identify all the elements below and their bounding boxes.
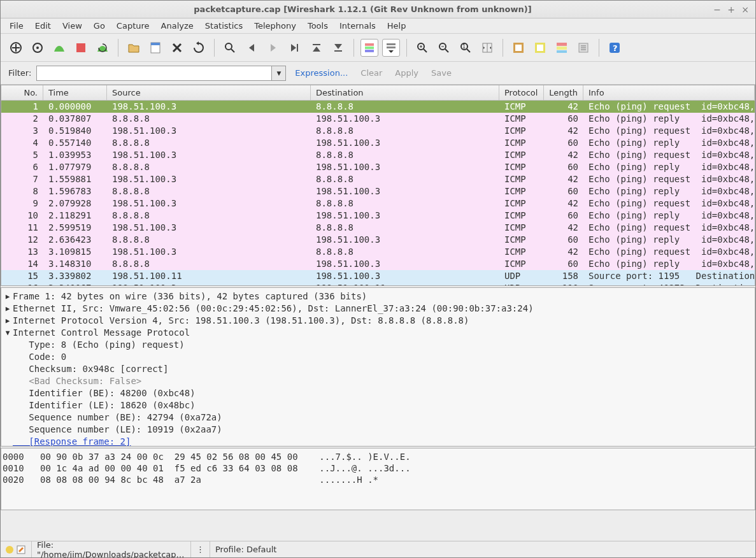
go-forward-icon[interactable] bbox=[264, 39, 282, 57]
packet-row[interactable]: 133.109815198.51.100.38.8.8.8ICMP42Echo … bbox=[1, 246, 755, 258]
help-icon[interactable]: ? bbox=[606, 39, 624, 57]
menu-help[interactable]: Help bbox=[382, 20, 411, 32]
detail-line[interactable]: Sequence number (LE): 10919 (0x2aa7) bbox=[3, 424, 753, 436]
filter-apply-link[interactable]: Apply bbox=[391, 68, 422, 78]
filter-dropdown-icon[interactable]: ▼ bbox=[272, 66, 286, 81]
col-protocol[interactable]: Protocol bbox=[499, 85, 544, 100]
svg-line-12 bbox=[231, 49, 234, 52]
reload-icon[interactable] bbox=[190, 39, 208, 57]
tree-toggle-icon[interactable]: ▶ bbox=[3, 303, 13, 315]
menu-capture[interactable]: Capture bbox=[111, 20, 155, 32]
svg-marker-17 bbox=[313, 46, 320, 52]
menu-internals[interactable]: Internals bbox=[334, 20, 381, 32]
col-source[interactable]: Source bbox=[107, 85, 311, 100]
menu-go[interactable]: Go bbox=[89, 20, 110, 32]
menu-statistics[interactable]: Statistics bbox=[200, 20, 248, 32]
col-no[interactable]: No. bbox=[1, 85, 43, 100]
packet-row[interactable]: 71.559881198.51.100.38.8.8.8ICMP42Echo (… bbox=[1, 173, 755, 185]
packet-row[interactable]: 61.0779798.8.8.8198.51.100.3ICMP60Echo (… bbox=[1, 161, 755, 173]
tree-toggle-icon[interactable]: ▶ bbox=[3, 290, 13, 303]
col-info[interactable]: Info bbox=[583, 85, 755, 100]
packet-row[interactable]: 112.599519198.51.100.38.8.8.8ICMP42Echo … bbox=[1, 222, 755, 234]
status-profile[interactable]: Profile: Default bbox=[210, 541, 755, 557]
preferences-icon[interactable] bbox=[574, 39, 592, 57]
packet-row[interactable]: 10.000000198.51.100.38.8.8.8ICMP42Echo (… bbox=[1, 101, 755, 113]
detail-text: [Response frame: 2] bbox=[13, 436, 131, 447]
packet-row[interactable]: 153.339802198.51.100.11198.51.100.3UDP15… bbox=[1, 270, 755, 282]
detail-line[interactable]: Identifier (LE): 18620 (0x48bc) bbox=[3, 399, 753, 411]
find-icon[interactable] bbox=[221, 39, 239, 57]
coloring-rules-icon[interactable] bbox=[553, 39, 571, 57]
col-time[interactable]: Time bbox=[43, 85, 107, 100]
packet-row[interactable]: 163.340067198.51.100.3198.51.100.11UDP11… bbox=[1, 282, 755, 285]
packet-row[interactable]: 143.1483108.8.8.8198.51.100.3ICMP60Echo … bbox=[1, 258, 755, 270]
packet-row[interactable]: 122.6364238.8.8.8198.51.100.3ICMP60Echo … bbox=[1, 234, 755, 246]
tree-toggle-icon[interactable]: ▶ bbox=[3, 315, 13, 327]
detail-line[interactable]: ▶Frame 1: 42 bytes on wire (336 bits), 4… bbox=[3, 290, 753, 303]
packet-row[interactable]: 30.519840198.51.100.38.8.8.8ICMP42Echo (… bbox=[1, 125, 755, 137]
packet-detail-pane[interactable]: ▶Frame 1: 42 bytes on wire (336 bits), 4… bbox=[1, 287, 755, 447]
go-to-packet-icon[interactable] bbox=[286, 39, 304, 57]
close-icon[interactable]: × bbox=[740, 4, 750, 15]
menu-edit[interactable]: Edit bbox=[30, 20, 56, 32]
detail-text: Internet Control Message Protocol bbox=[13, 327, 190, 339]
zoom-out-icon[interactable] bbox=[435, 39, 453, 57]
go-first-icon[interactable] bbox=[308, 39, 325, 57]
save-file-icon[interactable] bbox=[146, 39, 164, 57]
autoscroll-icon[interactable] bbox=[382, 39, 400, 57]
detail-line[interactable]: Checksum: 0x948c [correct] bbox=[3, 363, 753, 375]
close-file-icon[interactable] bbox=[168, 39, 186, 57]
packet-row[interactable]: 40.5571408.8.8.8198.51.100.3ICMP60Echo (… bbox=[1, 137, 755, 149]
detail-line[interactable]: Code: 0 bbox=[3, 351, 753, 363]
edit-icon[interactable] bbox=[16, 545, 26, 555]
menu-view[interactable]: View bbox=[57, 20, 87, 32]
detail-line[interactable]: Identifier (BE): 48200 (0xbc48) bbox=[3, 387, 753, 399]
stop-capture-icon[interactable] bbox=[72, 39, 90, 57]
menu-file[interactable]: File bbox=[4, 20, 29, 32]
interfaces-icon[interactable] bbox=[7, 39, 25, 57]
resize-columns-icon[interactable] bbox=[478, 39, 496, 57]
detail-line[interactable]: [Response frame: 2] bbox=[3, 436, 753, 447]
packet-row[interactable]: 102.1182918.8.8.8198.51.100.3ICMP60Echo … bbox=[1, 210, 755, 222]
zoom-in-icon[interactable] bbox=[413, 39, 431, 57]
menu-analyze[interactable]: Analyze bbox=[156, 20, 199, 32]
colorize-icon[interactable] bbox=[360, 39, 378, 57]
expert-info-icon[interactable] bbox=[6, 546, 13, 554]
capture-filters-icon[interactable] bbox=[510, 39, 527, 57]
zoom-reset-icon[interactable]: 1 bbox=[457, 39, 474, 57]
packet-row[interactable]: 81.5967838.8.8.8198.51.100.3ICMP60Echo (… bbox=[1, 185, 755, 197]
minimize-icon[interactable]: − bbox=[712, 4, 722, 15]
go-last-icon[interactable] bbox=[329, 39, 347, 57]
detail-line[interactable]: ▼Internet Control Message Protocol bbox=[3, 327, 753, 339]
detail-text: <Bad Checksum: False> bbox=[13, 375, 141, 387]
filter-expression-link[interactable]: Expression... bbox=[291, 68, 352, 78]
detail-line[interactable]: <Bad Checksum: False> bbox=[3, 375, 753, 387]
col-length[interactable]: Length bbox=[544, 85, 583, 100]
filter-save-link[interactable]: Save bbox=[427, 68, 455, 78]
detail-line[interactable]: ▶Ethernet II, Src: Vmware_45:02:56 (00:0… bbox=[3, 303, 753, 315]
menu-telephony[interactable]: Telephony bbox=[249, 20, 301, 32]
filter-toolbar: Filter: ▼ Expression... Clear Apply Save bbox=[1, 62, 755, 85]
detail-text: Identifier (LE): 18620 (0x48bc) bbox=[13, 399, 196, 411]
go-back-icon[interactable] bbox=[243, 39, 260, 57]
detail-line[interactable]: Sequence number (BE): 42794 (0xa72a) bbox=[3, 411, 753, 424]
packet-list-header[interactable]: No. Time Source Destination Protocol Len… bbox=[1, 85, 755, 101]
restart-capture-icon[interactable] bbox=[94, 39, 111, 57]
start-capture-icon[interactable] bbox=[50, 39, 68, 57]
filter-input[interactable] bbox=[36, 66, 272, 81]
maximize-icon[interactable]: + bbox=[726, 4, 736, 15]
packet-row[interactable]: 51.039953198.51.100.38.8.8.8ICMP42Echo (… bbox=[1, 149, 755, 161]
filter-clear-link[interactable]: Clear bbox=[357, 68, 386, 78]
tree-toggle-icon[interactable]: ▼ bbox=[3, 327, 13, 339]
open-file-icon[interactable] bbox=[125, 39, 143, 57]
menu-tools[interactable]: Tools bbox=[303, 20, 333, 32]
packet-row[interactable]: 92.079928198.51.100.38.8.8.8ICMP42Echo (… bbox=[1, 197, 755, 210]
display-filters-icon[interactable] bbox=[531, 39, 549, 57]
detail-line[interactable]: ▶Internet Protocol Version 4, Src: 198.5… bbox=[3, 315, 753, 327]
options-icon[interactable] bbox=[29, 39, 46, 57]
col-destination[interactable]: Destination bbox=[311, 85, 499, 100]
status-grip[interactable]: ⋮ bbox=[191, 541, 210, 557]
detail-line[interactable]: Type: 8 (Echo (ping) request) bbox=[3, 339, 753, 351]
packet-bytes-pane[interactable]: 0000 00 90 0b 37 a3 24 00 0c 29 45 02 56… bbox=[1, 448, 755, 510]
packet-row[interactable]: 20.0378078.8.8.8198.51.100.3ICMP60Echo (… bbox=[1, 113, 755, 125]
